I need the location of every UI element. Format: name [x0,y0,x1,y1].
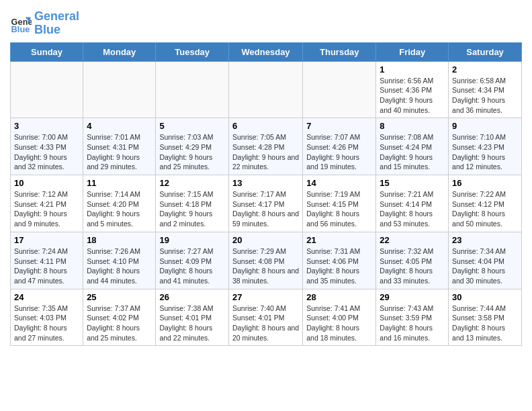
day-info: Sunrise: 7:40 AM Sunset: 4:01 PM Dayligh… [232,304,299,343]
day-info: Sunrise: 7:00 AM Sunset: 4:33 PM Dayligh… [14,132,79,172]
day-number: 20 [232,235,299,245]
calendar-cell: 20Sunrise: 7:29 AM Sunset: 4:08 PM Dayli… [228,232,302,289]
page-header: General Blue General Blue [10,7,522,37]
day-info: Sunrise: 7:27 AM Sunset: 4:09 PM Dayligh… [159,246,225,286]
calendar-cell: 9Sunrise: 7:10 AM Sunset: 4:23 PM Daylig… [449,118,522,175]
weekday-header-row: SundayMondayTuesdayWednesdayThursdayFrid… [11,42,522,61]
day-number: 7 [306,121,372,131]
calendar-cell: 27Sunrise: 7:40 AM Sunset: 4:01 PM Dayli… [228,289,302,346]
calendar-cell: 3Sunrise: 7:00 AM Sunset: 4:33 PM Daylig… [11,118,83,175]
svg-text:Blue: Blue [11,24,30,34]
day-info: Sunrise: 7:15 AM Sunset: 4:18 PM Dayligh… [159,189,225,229]
calendar-cell: 1Sunrise: 6:56 AM Sunset: 4:36 PM Daylig… [376,61,449,118]
day-info: Sunrise: 7:03 AM Sunset: 4:29 PM Dayligh… [159,132,225,172]
day-number: 12 [159,178,225,188]
day-info: Sunrise: 7:32 AM Sunset: 4:05 PM Dayligh… [380,246,445,286]
calendar-cell: 14Sunrise: 7:19 AM Sunset: 4:15 PM Dayli… [303,175,376,232]
week-row-3: 10Sunrise: 7:12 AM Sunset: 4:21 PM Dayli… [11,175,522,232]
day-number: 17 [14,235,79,245]
weekday-header-tuesday: Tuesday [156,42,229,61]
logo: General Blue General Blue [10,10,79,37]
calendar-cell: 22Sunrise: 7:32 AM Sunset: 4:05 PM Dayli… [376,232,449,289]
day-info: Sunrise: 6:58 AM Sunset: 4:34 PM Dayligh… [452,76,518,116]
calendar-cell: 17Sunrise: 7:24 AM Sunset: 4:11 PM Dayli… [11,232,83,289]
calendar-cell: 21Sunrise: 7:31 AM Sunset: 4:06 PM Dayli… [303,232,376,289]
calendar-cell: 23Sunrise: 7:34 AM Sunset: 4:04 PM Dayli… [449,232,522,289]
day-info: Sunrise: 7:35 AM Sunset: 4:03 PM Dayligh… [14,304,79,343]
day-info: Sunrise: 7:37 AM Sunset: 4:02 PM Dayligh… [87,304,152,343]
calendar-cell: 26Sunrise: 7:38 AM Sunset: 4:01 PM Dayli… [156,289,229,346]
logo-icon: General Blue [10,13,32,34]
day-info: Sunrise: 7:19 AM Sunset: 4:15 PM Dayligh… [306,189,372,229]
calendar-cell: 29Sunrise: 7:43 AM Sunset: 3:59 PM Dayli… [376,289,449,346]
day-number: 21 [306,235,372,245]
calendar-cell [156,61,229,118]
day-number: 3 [14,121,79,131]
day-number: 30 [452,292,518,302]
day-number: 18 [87,235,152,245]
logo-text-blue: Blue [34,24,79,37]
day-info: Sunrise: 7:12 AM Sunset: 4:21 PM Dayligh… [14,189,79,229]
calendar-cell [228,61,302,118]
day-info: Sunrise: 7:10 AM Sunset: 4:23 PM Dayligh… [452,132,518,172]
weekday-header-monday: Monday [83,42,156,61]
day-info: Sunrise: 7:22 AM Sunset: 4:12 PM Dayligh… [452,189,518,229]
day-info: Sunrise: 7:05 AM Sunset: 4:28 PM Dayligh… [232,132,299,172]
day-number: 25 [87,292,152,302]
day-info: Sunrise: 7:26 AM Sunset: 4:10 PM Dayligh… [87,246,152,286]
weekday-header-sunday: Sunday [11,42,83,61]
day-info: Sunrise: 7:07 AM Sunset: 4:26 PM Dayligh… [306,132,372,172]
calendar-body: 1Sunrise: 6:56 AM Sunset: 4:36 PM Daylig… [11,61,522,346]
day-number: 11 [87,178,152,188]
day-number: 28 [306,292,372,302]
day-number: 5 [159,121,225,131]
day-number: 9 [452,121,518,131]
calendar-cell: 28Sunrise: 7:41 AM Sunset: 4:00 PM Dayli… [303,289,376,346]
calendar-cell: 13Sunrise: 7:17 AM Sunset: 4:17 PM Dayli… [228,175,302,232]
calendar-cell: 4Sunrise: 7:01 AM Sunset: 4:31 PM Daylig… [83,118,156,175]
day-info: Sunrise: 7:08 AM Sunset: 4:24 PM Dayligh… [380,132,445,172]
day-info: Sunrise: 7:44 AM Sunset: 3:58 PM Dayligh… [452,304,518,343]
day-number: 24 [14,292,79,302]
calendar-cell [11,61,83,118]
calendar-cell: 5Sunrise: 7:03 AM Sunset: 4:29 PM Daylig… [156,118,229,175]
day-number: 8 [380,121,445,131]
calendar-cell: 6Sunrise: 7:05 AM Sunset: 4:28 PM Daylig… [228,118,302,175]
day-info: Sunrise: 7:38 AM Sunset: 4:01 PM Dayligh… [159,304,225,343]
calendar-table: SundayMondayTuesdayWednesdayThursdayFrid… [10,42,522,347]
day-number: 2 [452,64,518,75]
day-info: Sunrise: 7:01 AM Sunset: 4:31 PM Dayligh… [87,132,152,172]
weekday-header-thursday: Thursday [303,42,376,61]
day-number: 1 [380,64,445,75]
calendar-cell: 24Sunrise: 7:35 AM Sunset: 4:03 PM Dayli… [11,289,83,346]
weekday-header-wednesday: Wednesday [228,42,302,61]
day-info: Sunrise: 7:17 AM Sunset: 4:17 PM Dayligh… [232,189,299,229]
day-number: 10 [14,178,79,188]
day-number: 26 [159,292,225,302]
day-info: Sunrise: 7:43 AM Sunset: 3:59 PM Dayligh… [380,304,445,343]
day-number: 4 [87,121,152,131]
calendar-cell: 8Sunrise: 7:08 AM Sunset: 4:24 PM Daylig… [376,118,449,175]
week-row-5: 24Sunrise: 7:35 AM Sunset: 4:03 PM Dayli… [11,289,522,346]
calendar-cell [303,61,376,118]
calendar-cell: 18Sunrise: 7:26 AM Sunset: 4:10 PM Dayli… [83,232,156,289]
calendar-cell: 30Sunrise: 7:44 AM Sunset: 3:58 PM Dayli… [449,289,522,346]
calendar-cell: 10Sunrise: 7:12 AM Sunset: 4:21 PM Dayli… [11,175,83,232]
day-number: 14 [306,178,372,188]
calendar-cell: 12Sunrise: 7:15 AM Sunset: 4:18 PM Dayli… [156,175,229,232]
day-info: Sunrise: 7:29 AM Sunset: 4:08 PM Dayligh… [232,246,299,286]
day-info: Sunrise: 7:41 AM Sunset: 4:00 PM Dayligh… [306,304,372,343]
calendar-cell: 25Sunrise: 7:37 AM Sunset: 4:02 PM Dayli… [83,289,156,346]
weekday-header-saturday: Saturday [449,42,522,61]
calendar-cell: 19Sunrise: 7:27 AM Sunset: 4:09 PM Dayli… [156,232,229,289]
week-row-2: 3Sunrise: 7:00 AM Sunset: 4:33 PM Daylig… [11,118,522,175]
day-info: Sunrise: 7:24 AM Sunset: 4:11 PM Dayligh… [14,246,79,286]
week-row-4: 17Sunrise: 7:24 AM Sunset: 4:11 PM Dayli… [11,232,522,289]
calendar-cell: 15Sunrise: 7:21 AM Sunset: 4:14 PM Dayli… [376,175,449,232]
day-number: 23 [452,235,518,245]
weekday-header-friday: Friday [376,42,449,61]
day-number: 16 [452,178,518,188]
day-number: 27 [232,292,299,302]
logo-text: General [34,10,79,24]
calendar-cell: 16Sunrise: 7:22 AM Sunset: 4:12 PM Dayli… [449,175,522,232]
